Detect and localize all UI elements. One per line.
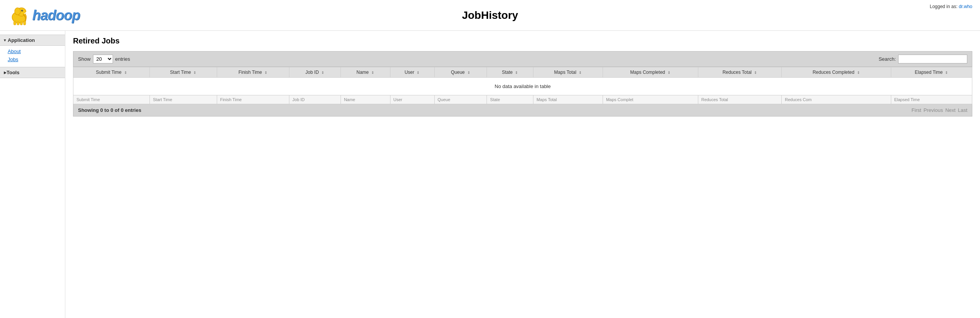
col-reduces-total[interactable]: Reduces Total ⇕ [698, 67, 782, 78]
table-header: Submit Time ⇕ Start Time ⇕ Finish Time ⇕… [73, 67, 972, 78]
data-table: Submit Time ⇕ Start Time ⇕ Finish Time ⇕… [73, 67, 972, 104]
hadoop-logo-text: hadoop [32, 7, 80, 23]
col-maps-total[interactable]: Maps Total ⇕ [533, 67, 603, 78]
tools-section-header[interactable]: ▸ Tools [0, 67, 65, 78]
entries-label: entries [115, 56, 130, 62]
col-user[interactable]: User ⇕ [390, 67, 434, 78]
user-info: Logged in as: dr.who [930, 4, 972, 9]
tools-section-label: Tools [7, 70, 20, 75]
footer-col-submit-time: Submit Time [73, 95, 150, 104]
show-label: Show [78, 56, 91, 62]
application-section: ▾ Application About Jobs [0, 35, 65, 65]
no-data-row: No data available in table [73, 78, 972, 95]
logged-in-label: Logged in as: [930, 4, 957, 9]
svg-point-2 [15, 8, 20, 15]
content-area: Retired Jobs Show 10 20 50 100 entries S… [65, 31, 980, 318]
table-body: No data available in table [73, 78, 972, 95]
application-section-header[interactable]: ▾ Application [0, 35, 65, 46]
search-input[interactable] [898, 55, 967, 63]
table-footer: Showing 0 to 0 of 0 entries First Previo… [73, 104, 972, 117]
application-arrow-icon: ▾ [4, 38, 6, 42]
footer-col-reduces-total: Reduces Total [698, 95, 782, 104]
footer-col-name: Name [341, 95, 390, 104]
footer-col-finish-time: Finish Time [217, 95, 289, 104]
footer-col-job-id: Job ID [289, 95, 341, 104]
sidebar-link-jobs[interactable]: Jobs [0, 55, 65, 63]
table-controls-top: Show 10 20 50 100 entries Search: [73, 51, 972, 67]
svg-rect-8 [23, 21, 26, 25]
no-data-message: No data available in table [73, 78, 972, 95]
pagination-first[interactable]: First [912, 107, 921, 113]
pagination-last[interactable]: Last [958, 107, 967, 113]
pagination-previous[interactable]: Previous [924, 107, 943, 113]
footer-col-state: State [487, 95, 533, 104]
show-entries: Show 10 20 50 100 entries [78, 55, 130, 63]
pagination: First Previous Next Last [912, 107, 967, 113]
col-job-id[interactable]: Job ID ⇕ [289, 67, 341, 78]
svg-rect-6 [17, 22, 19, 25]
svg-rect-7 [20, 22, 23, 25]
footer-col-maps-complet: Maps Complet [603, 95, 698, 104]
table-footer-row: Submit Time Start Time Finish Time Job I… [73, 95, 972, 104]
svg-point-4 [22, 10, 23, 10]
svg-rect-5 [14, 21, 16, 25]
col-finish-time[interactable]: Finish Time ⇕ [217, 67, 289, 78]
footer-col-elapsed-time: Elapsed Time [891, 95, 972, 104]
username-link[interactable]: dr.who [959, 4, 972, 9]
footer-col-reduces-com: Reduces Com [782, 95, 891, 104]
pagination-next[interactable]: Next [945, 107, 956, 113]
showing-info: Showing 0 to 0 of 0 entries [78, 107, 141, 113]
header: hadoop JobHistory Logged in as: dr.who [0, 0, 980, 31]
col-state[interactable]: State ⇕ [487, 67, 533, 78]
search-label: Search: [879, 56, 896, 62]
application-section-label: Application [8, 37, 35, 43]
col-submit-time[interactable]: Submit Time ⇕ [73, 67, 150, 78]
page-title: JobHistory [462, 9, 518, 22]
sidebar-link-about[interactable]: About [0, 47, 65, 55]
entries-select[interactable]: 10 20 50 100 [93, 55, 113, 63]
col-name[interactable]: Name ⇕ [341, 67, 390, 78]
logo-area: hadoop [8, 5, 80, 26]
col-start-time[interactable]: Start Time ⇕ [150, 67, 217, 78]
hadoop-elephant-icon [8, 5, 31, 26]
col-elapsed-time[interactable]: Elapsed Time ⇕ [891, 67, 972, 78]
footer-col-maps-total: Maps Total [533, 95, 603, 104]
sidebar-links: About Jobs [0, 46, 65, 65]
footer-col-user: User [390, 95, 434, 104]
col-reduces-completed[interactable]: Reduces Completed ⇕ [782, 67, 891, 78]
content-title: Retired Jobs [73, 37, 972, 45]
footer-col-start-time: Start Time [150, 95, 217, 104]
main-layout: ▾ Application About Jobs ▸ Tools Retired… [0, 31, 980, 318]
tools-arrow-icon: ▸ [4, 70, 7, 75]
sidebar: ▾ Application About Jobs ▸ Tools [0, 31, 65, 318]
col-maps-completed[interactable]: Maps Completed ⇕ [603, 67, 698, 78]
svg-point-3 [22, 10, 23, 11]
col-queue[interactable]: Queue ⇕ [434, 67, 487, 78]
footer-col-queue: Queue [434, 95, 487, 104]
search-area: Search: [879, 55, 967, 63]
